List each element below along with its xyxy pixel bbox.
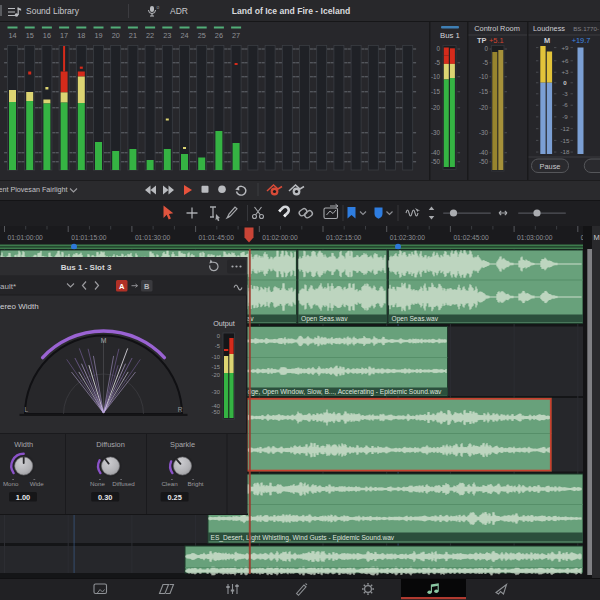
svg-text:o: o	[157, 4, 160, 10]
svg-text:L: L	[25, 406, 29, 413]
svg-text:R: R	[178, 406, 183, 413]
svg-text:ADR: ADR	[170, 6, 188, 16]
svg-text:-20: -20	[212, 372, 220, 378]
svg-text:Clean: Clean	[161, 480, 178, 487]
svg-text:ereo Width: ereo Width	[0, 302, 39, 311]
svg-text:17: 17	[60, 31, 68, 40]
svg-text:-30: -30	[431, 129, 441, 136]
svg-text:01:01:45:00: 01:01:45:00	[199, 234, 235, 241]
svg-text:27: 27	[232, 31, 240, 40]
svg-text:-15: -15	[561, 137, 571, 144]
svg-text:-10: -10	[212, 354, 220, 360]
svg-text:01:02:45:00: 01:02:45:00	[453, 234, 489, 241]
svg-text:-9: -9	[562, 113, 568, 120]
svg-text:ES_Desert, Light Whistling, Wi: ES_Desert, Light Whistling, Wind Gusts -…	[211, 534, 395, 542]
svg-text:14: 14	[8, 31, 16, 40]
svg-text:Pause: Pause	[540, 162, 561, 171]
svg-text:-50: -50	[479, 158, 489, 165]
svg-text:M: M	[594, 233, 600, 242]
svg-text:-15: -15	[212, 364, 220, 370]
svg-text:Control Room: Control Room	[474, 24, 520, 33]
svg-text:0: 0	[217, 333, 220, 339]
svg-text:01:01:15:00: 01:01:15:00	[71, 234, 107, 241]
svg-text:0.30: 0.30	[98, 493, 112, 502]
svg-text:Diffusion: Diffusion	[96, 440, 125, 449]
svg-text:0.25: 0.25	[167, 493, 181, 502]
svg-text:01:02:30:00: 01:02:30:00	[390, 234, 426, 241]
svg-text:Width: Width	[14, 440, 33, 449]
svg-text:+5.1: +5.1	[489, 36, 504, 45]
svg-text:TP: TP	[477, 36, 487, 45]
svg-text:Land of Ice and Fire - Iceland: Land of Ice and Fire - Iceland	[232, 6, 350, 16]
svg-text:Open Seas.wav: Open Seas.wav	[392, 315, 439, 323]
svg-text:01:01:30:00: 01:01:30:00	[135, 234, 171, 241]
svg-text:Loudness: Loudness	[533, 24, 565, 33]
svg-text:0: 0	[484, 45, 488, 52]
svg-text:15: 15	[26, 31, 34, 40]
svg-text:+19.7: +19.7	[572, 36, 591, 45]
svg-text:-12: -12	[561, 125, 571, 132]
svg-text:21: 21	[129, 31, 137, 40]
svg-text:19: 19	[94, 31, 102, 40]
svg-text:-50: -50	[212, 409, 220, 415]
svg-text:B: B	[144, 282, 150, 291]
svg-text:-3: -3	[562, 90, 568, 97]
svg-text:Open Seas.wav: Open Seas.wav	[301, 315, 348, 323]
svg-text:-20: -20	[479, 104, 489, 111]
svg-text:Wide: Wide	[30, 480, 45, 487]
svg-text:Diffused: Diffused	[112, 480, 135, 487]
svg-text:-5: -5	[434, 59, 440, 66]
svg-text:01:03:00:00: 01:03:00:00	[517, 234, 553, 241]
svg-text:-15: -15	[479, 88, 489, 95]
svg-text:26: 26	[215, 31, 223, 40]
svg-text:0: 0	[563, 79, 567, 86]
svg-text:+6: +6	[561, 57, 569, 64]
svg-text:01:02:00:00: 01:02:00:00	[262, 234, 298, 241]
svg-text:Sparkle: Sparkle	[170, 440, 195, 449]
svg-text:-20: -20	[431, 104, 441, 111]
svg-text:Mono: Mono	[3, 480, 19, 487]
svg-text:-10: -10	[431, 73, 441, 80]
svg-text:-5: -5	[482, 59, 488, 66]
svg-text:01:02:15:00: 01:02:15:00	[326, 234, 362, 241]
svg-text:-40: -40	[431, 149, 441, 156]
svg-text:-10: -10	[479, 73, 489, 80]
svg-text:rent Piovesan Fairlight: rent Piovesan Fairlight	[0, 185, 68, 194]
svg-text:Bus 1 - Slot 3: Bus 1 - Slot 3	[61, 263, 112, 272]
svg-text:20: 20	[112, 31, 120, 40]
svg-text:None: None	[90, 480, 105, 487]
svg-text:25: 25	[198, 31, 206, 40]
svg-text:23: 23	[163, 31, 171, 40]
svg-text:dge, Open Window, Slow, B...,: dge, Open Window, Slow, B..., Accelerati…	[248, 388, 443, 396]
svg-text:0: 0	[436, 45, 440, 52]
svg-text:-18: -18	[561, 148, 571, 155]
svg-text:1.00: 1.00	[16, 493, 30, 502]
svg-text:Sound Library: Sound Library	[26, 6, 80, 16]
svg-text:16: 16	[43, 31, 51, 40]
svg-text:-6: -6	[562, 101, 568, 108]
svg-text:M: M	[544, 36, 550, 45]
svg-text:24: 24	[180, 31, 188, 40]
svg-text:BS.1770-: BS.1770-	[573, 25, 599, 32]
svg-text:Bus 1: Bus 1	[440, 31, 460, 40]
svg-text:+9: +9	[561, 44, 569, 51]
svg-text:M: M	[101, 337, 107, 344]
svg-text:-40: -40	[479, 149, 489, 156]
svg-text:18: 18	[77, 31, 85, 40]
svg-text:-30: -30	[479, 129, 489, 136]
svg-text:Output: Output	[213, 319, 235, 328]
svg-text:-15: -15	[431, 88, 441, 95]
svg-text:-5: -5	[215, 343, 220, 349]
svg-text:A: A	[119, 282, 125, 291]
svg-text:+3: +3	[561, 68, 569, 75]
svg-text:Bright: Bright	[187, 480, 203, 487]
svg-text:ault*: ault*	[0, 282, 16, 291]
svg-text:01:01:00:00: 01:01:00:00	[8, 234, 44, 241]
svg-text:22: 22	[146, 31, 154, 40]
svg-text:-30: -30	[212, 389, 220, 395]
svg-text:-50: -50	[431, 158, 441, 165]
